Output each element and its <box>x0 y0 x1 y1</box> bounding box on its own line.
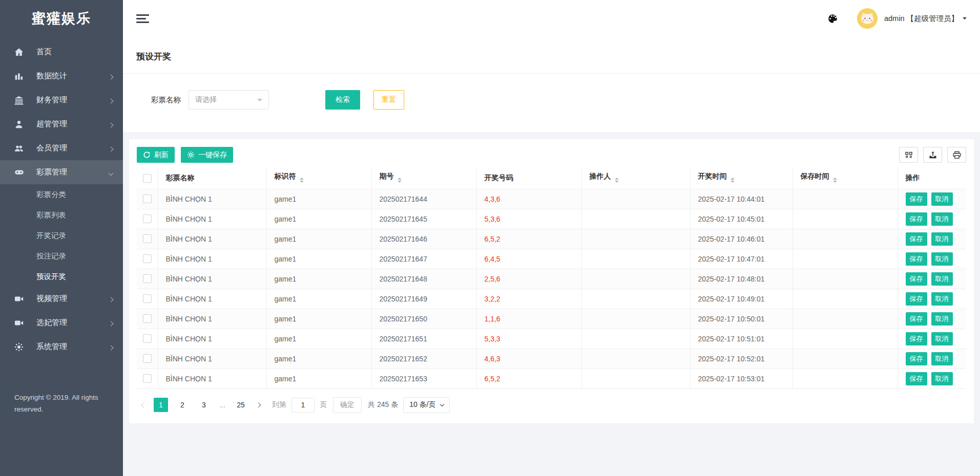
avatar[interactable] <box>857 8 878 29</box>
sidebar-item-statistics[interactable]: 数据统计 <box>0 64 123 88</box>
row-checkbox-cell <box>137 249 158 269</box>
cell-code: game1 <box>266 229 371 249</box>
row-checkbox[interactable] <box>143 354 152 363</box>
goto-confirm-button[interactable]: 确定 <box>333 397 362 413</box>
goto-page-input[interactable] <box>291 398 315 413</box>
sort-icon[interactable] <box>833 176 837 185</box>
row-save-button[interactable]: 保存 <box>906 352 927 365</box>
gamepad-icon <box>14 167 24 178</box>
row-save-button[interactable]: 保存 <box>906 232 927 246</box>
sidebar-item-video[interactable]: 视频管理 <box>0 287 123 311</box>
refresh-button[interactable]: 刷新 <box>137 147 175 163</box>
save-all-button[interactable]: 一键保存 <box>181 147 233 163</box>
row-checkbox-cell <box>137 369 158 388</box>
row-cancel-button[interactable]: 取消 <box>931 252 953 266</box>
row-checkbox[interactable] <box>143 214 152 223</box>
sidebar-nav: 首页 数据统计 财务管理 超管管理 <box>0 37 123 359</box>
user-icon <box>14 119 24 129</box>
lottery-name-select[interactable]: 请选择 <box>189 90 269 110</box>
row-save-button[interactable]: 保存 <box>906 312 927 326</box>
row-save-button[interactable]: 保存 <box>906 192 927 206</box>
row-cancel-button[interactable]: 取消 <box>931 372 953 385</box>
filter-columns-icon[interactable] <box>899 147 918 163</box>
page-button-25[interactable]: 25 <box>234 398 248 412</box>
cell-actions: 保存取消 <box>898 189 966 209</box>
cell-numbers: 3,2,2 <box>476 289 581 309</box>
sort-icon[interactable] <box>731 176 735 185</box>
export-icon[interactable] <box>923 147 942 163</box>
row-cancel-button[interactable]: 取消 <box>931 292 953 306</box>
page-button-2[interactable]: 2 <box>175 398 190 412</box>
submenu-item-lottery-list[interactable]: 彩票列表 <box>0 205 123 225</box>
cell-save_time <box>793 249 898 269</box>
sidebar-item-label: 财务管理 <box>36 95 67 105</box>
sort-icon[interactable] <box>615 176 619 185</box>
sidebar-item-lottery[interactable]: 彩票管理 <box>0 160 123 184</box>
submenu-item-draw-records[interactable]: 开奖记录 <box>0 225 123 246</box>
theme-palette-icon[interactable] <box>828 14 838 24</box>
cell-issue: 202502171651 <box>371 329 476 349</box>
page-button-1[interactable]: 1 <box>154 398 168 412</box>
row-save-button[interactable]: 保存 <box>906 212 927 226</box>
sort-icon[interactable] <box>398 176 402 185</box>
row-checkbox[interactable] <box>143 194 152 203</box>
row-checkbox[interactable] <box>143 294 152 303</box>
cell-operator <box>581 189 690 209</box>
row-checkbox[interactable] <box>143 254 152 263</box>
row-cancel-button[interactable]: 取消 <box>931 332 953 345</box>
page-size-select[interactable]: 10 条/页 <box>403 397 449 413</box>
print-icon[interactable] <box>947 147 966 163</box>
submenu-label: 开奖记录 <box>36 231 66 240</box>
row-cancel-button[interactable]: 取消 <box>931 352 953 365</box>
total-count: 共 245 条 <box>368 400 398 409</box>
row-checkbox[interactable] <box>143 234 152 243</box>
cell-issue: 202502171644 <box>371 189 476 209</box>
sidebar-item-system[interactable]: 系统管理 <box>0 335 123 359</box>
search-button[interactable]: 检索 <box>325 90 360 110</box>
row-cancel-button[interactable]: 取消 <box>931 232 953 246</box>
column-header-save_time[interactable]: 保存时间 <box>793 168 898 189</box>
sidebar-item-home[interactable]: 首页 <box>0 40 123 64</box>
topbar-right: admin 【超级管理员】 <box>828 8 967 29</box>
select-all-checkbox[interactable] <box>143 174 152 183</box>
page-button-3[interactable]: 3 <box>197 398 211 412</box>
chevron-right-icon <box>109 294 113 303</box>
column-header-issue[interactable]: 期号 <box>371 168 476 189</box>
row-save-button[interactable]: 保存 <box>906 272 927 286</box>
sidebar-item-superadmin[interactable]: 超管管理 <box>0 112 123 136</box>
sidebar-item-label: 首页 <box>36 47 52 57</box>
sidebar-item-finance[interactable]: 财务管理 <box>0 88 123 112</box>
row-checkbox[interactable] <box>143 374 152 383</box>
row-checkbox[interactable] <box>143 274 152 283</box>
row-save-button[interactable]: 保存 <box>906 292 927 306</box>
sidebar-item-concubine[interactable]: 选妃管理 <box>0 311 123 335</box>
user-menu[interactable]: admin 【超级管理员】 <box>884 14 958 24</box>
prev-page-button[interactable] <box>137 398 150 412</box>
row-cancel-button[interactable]: 取消 <box>931 212 953 226</box>
cell-actions: 保存取消 <box>898 329 966 349</box>
submenu-item-bet-records[interactable]: 投注记录 <box>0 246 123 266</box>
column-header-code[interactable]: 标识符 <box>266 168 371 189</box>
sidebar-item-members[interactable]: 会员管理 <box>0 136 123 160</box>
reset-button[interactable]: 重置 <box>373 90 404 110</box>
row-checkbox[interactable] <box>143 334 152 343</box>
row-cancel-button[interactable]: 取消 <box>931 312 953 326</box>
row-checkbox[interactable] <box>143 314 152 323</box>
goto-label: 到第 <box>272 400 286 409</box>
submenu-item-lottery-category[interactable]: 彩票分类 <box>0 184 123 205</box>
table-row: BÌNH CHỌN 1game12025021716524,6,32025-02… <box>137 349 966 369</box>
page-title: 预设开奖 <box>123 37 980 74</box>
next-page-button[interactable] <box>252 398 265 412</box>
submenu-item-preset-draw[interactable]: 预设开奖 <box>0 266 123 287</box>
row-cancel-button[interactable]: 取消 <box>931 272 953 286</box>
chevron-right-icon <box>109 96 113 104</box>
row-save-button[interactable]: 保存 <box>906 332 927 345</box>
cell-operator <box>581 249 690 269</box>
row-cancel-button[interactable]: 取消 <box>931 192 953 206</box>
sidebar-toggle-icon[interactable] <box>136 14 149 23</box>
column-header-draw_time[interactable]: 开奖时间 <box>690 168 793 189</box>
row-save-button[interactable]: 保存 <box>906 252 927 266</box>
row-save-button[interactable]: 保存 <box>906 372 927 385</box>
column-header-operator[interactable]: 操作人 <box>581 168 690 189</box>
sort-icon[interactable] <box>300 176 304 185</box>
